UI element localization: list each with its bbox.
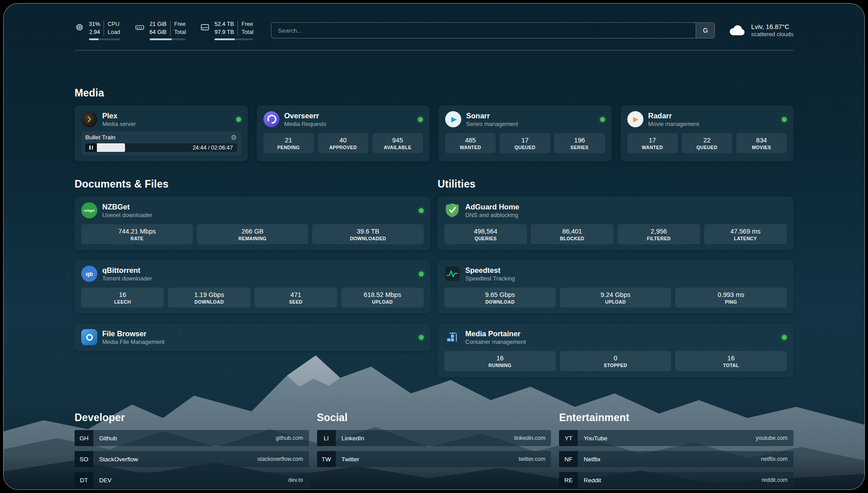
speedtest-icon[interactable] <box>444 266 460 282</box>
stat-value: 0 <box>562 355 670 362</box>
search-input[interactable] <box>271 23 696 38</box>
service-name: Sonarr <box>466 112 518 120</box>
bookmark-reddit[interactable]: RE Reddit reddit.com <box>559 472 793 488</box>
filebrowser-icon[interactable] <box>81 329 97 345</box>
service-name: Speedtest <box>465 266 515 275</box>
filebrowser-link[interactable]: File Browser Media File Management <box>102 330 164 345</box>
service-desc: Speedtest Tracking <box>465 275 515 282</box>
bookmark-name: StackOverflow <box>99 456 138 463</box>
bookmark-url: github.com <box>276 435 303 441</box>
stat-label: WANTED <box>447 145 494 150</box>
plex-icon[interactable] <box>81 111 97 127</box>
stat-tile: 21 PENDING <box>263 133 314 153</box>
bookmark-name: Twitter <box>342 456 359 463</box>
service-desc: Usenet downloader <box>102 212 152 218</box>
playback-time: 24:44 / 02:06:47 <box>192 145 233 151</box>
adguard-icon[interactable] <box>444 202 460 218</box>
adguard-link[interactable]: AdGuard Home DNS and adblocking <box>465 203 519 218</box>
portainer-link[interactable]: Media Portainer Container management <box>465 330 526 345</box>
nzbget-card: nzbget NZBGet Usenet downloader 744.21 M… <box>75 196 430 250</box>
stat-tile: 16 RUNNING <box>444 351 556 371</box>
service-stats: 17 WANTED 22 QUEUED 834 MOVIES <box>627 133 787 153</box>
bookmark-url: netflix.com <box>761 456 788 462</box>
weather-widget[interactable]: Lviv, 16.87°C scattered clouds <box>728 23 793 38</box>
cpu-load-label: Load <box>104 29 120 36</box>
disk-icon <box>200 22 210 32</box>
disk-widget: 52.4 TB Free 97.9 TB Total <box>200 21 253 40</box>
stat-label: LATENCY <box>706 236 785 241</box>
disk-total-value: 97.9 TB <box>214 29 234 36</box>
now-playing-title: Bullet Train <box>85 134 116 141</box>
stat-value: 744.21 Mbps <box>83 228 191 235</box>
radarr-icon[interactable]: ▶ <box>627 111 643 127</box>
qbittorrent-link[interactable]: qBittorrent Torrent downloader <box>102 266 152 282</box>
cpu-progress-track <box>89 38 120 40</box>
section-title-developer: Developer <box>75 412 309 424</box>
stat-value: 618.52 Mbps <box>343 291 422 298</box>
stat-value: 40 <box>320 137 367 144</box>
sonarr-link[interactable]: Sonarr Series management <box>466 112 518 127</box>
bookmark-youtube[interactable]: YT YouTube youtube.com <box>559 430 793 446</box>
qbittorrent-icon-text: qb <box>86 271 93 277</box>
speedtest-card: Speedtest Speedtest Tracking 9.65 Gbps D… <box>438 260 793 313</box>
stat-value: 39.6 TB <box>314 228 422 235</box>
memory-free-label: Free <box>170 21 186 28</box>
service-desc: Media Requests <box>284 121 326 127</box>
bookmark-twitter[interactable]: TW Twitter twitter.com <box>317 451 551 467</box>
sonarr-icon[interactable]: ▶ <box>445 111 461 127</box>
bookmark-name: Netflix <box>584 456 601 463</box>
bookmark-github[interactable]: GH Github github.com <box>75 430 309 446</box>
stat-value: 17 <box>629 137 676 144</box>
stat-value: 834 <box>738 137 785 144</box>
service-desc: Torrent downloader <box>102 275 152 282</box>
status-online-dot <box>419 208 424 213</box>
gear-icon[interactable]: ⚙ <box>231 134 237 141</box>
stat-tile: 16 TOTAL <box>675 351 787 371</box>
service-desc: Media server <box>102 121 136 127</box>
stat-label: DOWNLOAD <box>170 299 249 305</box>
overseerr-icon[interactable] <box>263 111 280 127</box>
bookmark-name: YouTube <box>584 435 607 442</box>
disk-progress-fill <box>214 38 234 40</box>
stat-tile: 22 QUEUED <box>682 133 732 153</box>
header-bar: 31% CPU 2.94 Load <box>75 21 793 40</box>
bookmark-abbr: GH <box>75 430 93 446</box>
pause-button[interactable] <box>85 143 97 152</box>
section-title-documents: Documents & Files <box>75 178 430 190</box>
bookmark-dev[interactable]: DT DEV dev.to <box>75 472 309 488</box>
stat-label: MOVIES <box>738 145 785 150</box>
speedtest-link[interactable]: Speedtest Speedtest Tracking <box>465 266 515 282</box>
bookmark-stackoverflow[interactable]: SO StackOverflow stackoverflow.com <box>75 451 309 467</box>
stat-tile: 16 LEECH <box>81 288 164 308</box>
radarr-link[interactable]: Radarr Movie management <box>648 112 699 127</box>
nzbget-icon[interactable]: nzbget <box>81 202 97 218</box>
status-online-dot <box>419 335 424 340</box>
status-online-dot <box>600 117 605 122</box>
stat-value: 16 <box>677 355 785 362</box>
bookmark-linkedin[interactable]: LI LinkedIn linkedin.com <box>317 430 551 446</box>
service-stats: 16 LEECH 1.19 Gbps DOWNLOAD 471 SEED 6 <box>81 288 424 308</box>
nzbget-link[interactable]: NZBGet Usenet downloader <box>102 203 152 218</box>
search-engine-button[interactable]: G <box>696 23 714 38</box>
stat-tile: 834 MOVIES <box>736 133 787 153</box>
bookmark-name: Reddit <box>584 477 601 484</box>
qbittorrent-icon[interactable]: qb <box>81 266 97 282</box>
disk-free-label: Free <box>238 21 253 28</box>
playback-progress-bar[interactable]: 24:44 / 02:06:47 <box>85 143 237 152</box>
portainer-icon[interactable] <box>444 329 460 345</box>
memory-progress-track <box>150 38 186 40</box>
bookmark-url: stackoverflow.com <box>258 456 303 462</box>
section-title-utilities: Utilities <box>438 178 793 190</box>
cpu-usage-label: CPU <box>104 21 120 28</box>
bookmark-netflix[interactable]: NF Netflix netflix.com <box>559 451 793 467</box>
bookmark-abbr: NF <box>559 451 578 467</box>
weather-location: Lviv, 16.87°C <box>751 23 793 30</box>
stat-label: SEED <box>256 299 335 305</box>
overseerr-link[interactable]: Overseerr Media Requests <box>284 112 326 127</box>
system-widgets: 31% CPU 2.94 Load <box>75 21 253 40</box>
cpu-usage-value: 31% <box>89 21 100 28</box>
cpu-icon <box>75 22 84 32</box>
plex-link[interactable]: Plex Media server <box>102 112 136 127</box>
section-title-social: Social <box>317 412 551 424</box>
stat-tile: 0.993 ms PING <box>675 288 787 308</box>
